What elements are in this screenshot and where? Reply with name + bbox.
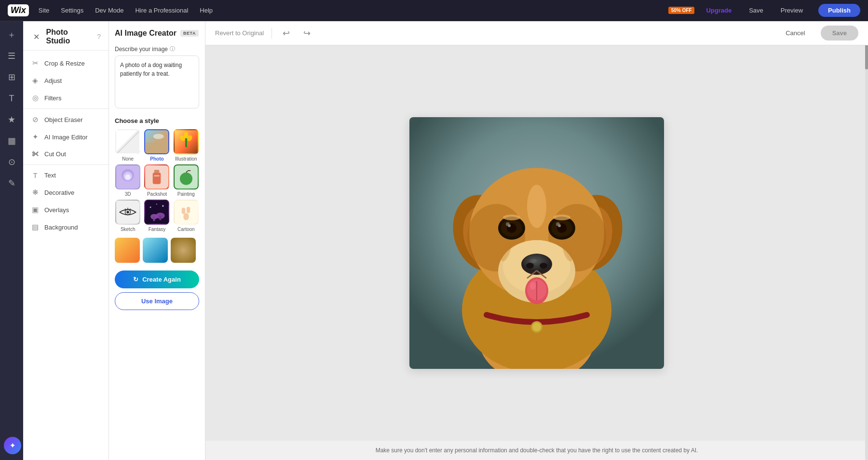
top-bar: Wix Site Settings Dev Mode Hire a Profes… <box>0 0 868 21</box>
use-image-button[interactable]: Use Image <box>115 292 199 310</box>
toolbar-divider-1 <box>271 28 272 39</box>
style-packshot-label: Packshot <box>147 191 167 197</box>
sidebar-icon-text[interactable]: T <box>2 89 21 108</box>
menu-item-ai-image-editor[interactable]: ✦ AI Image Editor <box>23 128 108 146</box>
preview-button[interactable]: Preview <box>781 7 803 14</box>
menu-item-decorative[interactable]: ❋ Decorative <box>23 184 108 201</box>
menu-item-cut-out[interactable]: ✀ Cut Out <box>23 146 108 162</box>
menu-item-text-label: Text <box>44 172 56 179</box>
left-outer-sidebar: ＋ ☰ ⊞ T ★ ▦ ⊙ ✎ <box>0 21 23 460</box>
nav-hire[interactable]: Hire a Professional <box>135 7 188 14</box>
menu-item-object-eraser-label: Object Eraser <box>44 116 82 123</box>
sidebar-icon-elements[interactable]: ★ <box>2 110 21 129</box>
wix-ai-button[interactable]: ✦ <box>4 437 21 454</box>
nav-help[interactable]: Help <box>200 7 213 14</box>
redo-button[interactable]: ↪ <box>300 26 313 41</box>
menu-item-crop[interactable]: ✂ Crop & Resize <box>23 54 108 72</box>
upgrade-badge: 50% OFF <box>668 7 695 14</box>
style-fantasy-thumb <box>144 200 169 225</box>
style-extra-3[interactable] <box>171 238 196 263</box>
svg-point-33 <box>157 203 158 204</box>
right-scrollbar[interactable] <box>865 21 868 460</box>
svg-point-48 <box>527 185 546 228</box>
style-illustration[interactable]: Illustration <box>173 129 199 162</box>
nav-settings[interactable]: Settings <box>61 7 83 14</box>
dog-image <box>409 117 664 369</box>
style-sketch-thumb <box>115 200 140 225</box>
menu-item-background[interactable]: ▤ Background <box>23 218 108 236</box>
menu-item-ai-image-editor-label: AI Image Editor <box>44 134 88 141</box>
sidebar-icon-add[interactable]: ＋ <box>2 25 21 44</box>
photo-toolbar: Revert to Original ↩ ↪ Cancel Save <box>205 21 868 45</box>
menu-item-adjust[interactable]: ◈ Adjust <box>23 72 108 89</box>
svg-point-74 <box>530 282 536 290</box>
style-extra-1[interactable] <box>115 238 140 263</box>
nav-devmode[interactable]: Dev Mode <box>95 7 123 14</box>
sidebar-icon-blog[interactable]: ✎ <box>2 174 21 193</box>
menu-item-filters[interactable]: ◎ Filters <box>23 89 108 107</box>
overlays-icon: ▣ <box>31 205 40 214</box>
svg-point-68 <box>526 263 534 269</box>
sidebar-icon-grid[interactable]: ⊞ <box>2 68 21 87</box>
upgrade-button[interactable]: Upgrade <box>706 7 732 14</box>
menu-item-object-eraser[interactable]: ⊘ Object Eraser <box>23 111 108 128</box>
create-again-button[interactable]: ↻ Create Again <box>115 271 199 288</box>
style-painting[interactable]: Painting <box>173 164 199 197</box>
svg-rect-14 <box>154 170 160 173</box>
style-none[interactable]: None <box>115 129 141 162</box>
sidebar-icon-app[interactable]: ⊙ <box>2 152 21 172</box>
save-top-button[interactable]: Save <box>749 7 763 14</box>
publish-button[interactable]: Publish <box>818 4 860 17</box>
close-button[interactable]: ✕ <box>31 31 42 42</box>
svg-rect-36 <box>182 208 185 214</box>
nav-site[interactable]: Site <box>39 7 49 14</box>
top-nav: Site Settings Dev Mode Hire a Profession… <box>39 7 213 14</box>
style-none-thumb <box>115 129 140 154</box>
info-icon[interactable]: ⓘ <box>170 45 175 53</box>
cut-out-icon: ✀ <box>31 150 40 158</box>
style-cartoon[interactable]: Cartoon <box>173 200 199 232</box>
sidebar-icon-pages[interactable]: ☰ <box>2 46 21 66</box>
style-fantasy[interactable]: Fantasy <box>144 200 170 232</box>
help-icon[interactable]: ? <box>97 33 101 41</box>
svg-rect-15 <box>153 173 161 184</box>
svg-point-70 <box>531 259 537 263</box>
describe-textarea[interactable]: A photo of a dog waiting patiently for a… <box>115 55 199 108</box>
style-painting-thumb <box>174 164 199 189</box>
wix-logo: Wix <box>8 4 29 16</box>
menu-item-overlays[interactable]: ▣ Overlays <box>23 201 108 218</box>
beta-badge: BETA <box>180 30 199 37</box>
cancel-button[interactable]: Cancel <box>778 26 813 41</box>
svg-point-31 <box>150 206 151 208</box>
menu-item-text[interactable]: T Text <box>23 167 108 184</box>
svg-rect-34 <box>175 201 198 224</box>
svg-rect-28 <box>153 216 155 221</box>
sidebar-icon-media[interactable]: ▦ <box>2 131 21 150</box>
style-3d-label: 3D <box>125 191 131 197</box>
menu-item-background-label: Background <box>44 224 78 231</box>
svg-line-0 <box>116 129 139 154</box>
main-area: Revert to Original ↩ ↪ Cancel Save <box>205 21 868 460</box>
filters-icon: ◎ <box>31 94 40 102</box>
ai-image-creator-panel: AI Image Creator BETA Describe your imag… <box>109 21 205 460</box>
save-toolbar-button: Save <box>821 26 858 41</box>
svg-rect-30 <box>160 216 162 220</box>
svg-point-19 <box>180 173 192 185</box>
svg-rect-35 <box>183 213 189 220</box>
svg-point-69 <box>540 263 547 269</box>
style-photo[interactable]: Photo <box>144 129 170 162</box>
style-sketch[interactable]: Sketch <box>115 200 141 232</box>
revert-button[interactable]: Revert to Original <box>215 29 264 37</box>
style-3d[interactable]: 3D <box>115 164 141 197</box>
style-none-label: None <box>122 156 134 162</box>
undo-button[interactable]: ↩ <box>280 26 293 41</box>
style-packshot[interactable]: Packshot <box>144 164 170 197</box>
svg-point-62 <box>558 224 561 227</box>
crop-icon: ✂ <box>31 59 40 68</box>
style-painting-label: Painting <box>177 191 195 197</box>
style-cartoon-label: Cartoon <box>177 227 195 232</box>
svg-point-3 <box>153 134 164 139</box>
style-extra-2[interactable] <box>143 238 168 263</box>
menu-item-adjust-label: Adjust <box>44 77 62 84</box>
svg-point-12 <box>125 174 131 179</box>
